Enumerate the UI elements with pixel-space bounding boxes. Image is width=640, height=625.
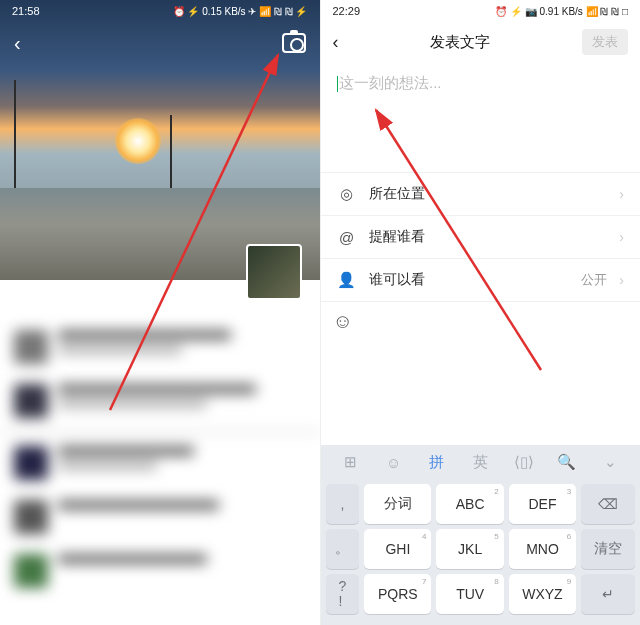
key-period[interactable]: 。: [326, 529, 360, 569]
person-icon: 👤: [337, 271, 357, 289]
status-icons: ⏰ ⚡ 📷 0.91 KB/s 📶 ₪ ₪ □: [495, 6, 628, 17]
text-input[interactable]: 这一刻的想法...: [321, 62, 641, 172]
key-enter[interactable]: ↵: [581, 574, 635, 614]
key-tuv[interactable]: TUV8: [436, 574, 503, 614]
key-fenci[interactable]: 分词: [364, 484, 431, 524]
kbd-tab-search[interactable]: 🔍: [545, 453, 588, 471]
publish-button[interactable]: 发表: [582, 29, 628, 55]
kbd-tab-grid[interactable]: ⊞: [329, 453, 372, 471]
row-mention[interactable]: @ 提醒谁看 ›: [321, 215, 641, 258]
publish-text-screen: 22:29 ⏰ ⚡ 📷 0.91 KB/s 📶 ₪ ₪ □ ‹ 发表文字 发表 …: [321, 0, 641, 625]
back-icon[interactable]: ‹: [333, 32, 339, 53]
mention-icon: @: [337, 229, 357, 246]
chevron-right-icon: ›: [619, 272, 624, 288]
status-time: 21:58: [12, 5, 40, 17]
status-icons: ⏰ ⚡ 0.15 KB/s ✈ 📶 ₪ ₪ ⚡: [173, 6, 308, 17]
kbd-tab-eng[interactable]: 英: [459, 453, 502, 472]
smile-icon: ☺: [333, 310, 353, 332]
key-comma[interactable]: ,: [326, 484, 360, 524]
key-mno[interactable]: MNO6: [509, 529, 576, 569]
row-visibility[interactable]: 👤 谁可以看 公开 ›: [321, 258, 641, 301]
key-jkl[interactable]: JKL5: [436, 529, 503, 569]
key-wxyz[interactable]: WXYZ9: [509, 574, 576, 614]
moments-screen: 21:58 ⏰ ⚡ 0.15 KB/s ✈ 📶 ₪ ₪ ⚡ ‹: [0, 0, 321, 625]
back-icon[interactable]: ‹: [14, 32, 21, 55]
keyboard-tabs: ⊞ ☺ 拼 英 ⟨▯⟩ 🔍 ⌄: [321, 445, 641, 479]
key-punct[interactable]: ? !: [326, 574, 360, 614]
moments-feed-blurred: [0, 280, 320, 598]
kbd-tab-pad[interactable]: ⟨▯⟩: [502, 453, 545, 471]
moments-cover[interactable]: ‹: [0, 0, 320, 280]
location-icon: ◎: [337, 185, 357, 203]
chevron-right-icon: ›: [619, 229, 624, 245]
key-ghi[interactable]: GHI4: [364, 529, 431, 569]
visibility-value: 公开: [581, 271, 607, 289]
camera-icon[interactable]: [282, 33, 306, 53]
row-location[interactable]: ◎ 所在位置 ›: [321, 172, 641, 215]
status-bar: 22:29 ⏰ ⚡ 📷 0.91 KB/s 📶 ₪ ₪ □: [321, 0, 641, 22]
status-bar: 21:58 ⏰ ⚡ 0.15 KB/s ✈ 📶 ₪ ₪ ⚡: [0, 0, 320, 22]
key-def[interactable]: DEF3: [509, 484, 576, 524]
chevron-right-icon: ›: [619, 186, 624, 202]
placeholder: 这一刻的想法...: [339, 74, 442, 91]
kbd-tab-collapse[interactable]: ⌄: [589, 453, 632, 471]
kbd-tab-emoji[interactable]: ☺: [372, 454, 415, 471]
kbd-tab-pinyin[interactable]: 拼: [415, 453, 458, 472]
emoji-toggle[interactable]: ☺: [321, 301, 641, 341]
status-time: 22:29: [333, 5, 361, 17]
publish-header: ‹ 发表文字 发表: [321, 22, 641, 62]
key-abc[interactable]: ABC2: [436, 484, 503, 524]
key-pqrs[interactable]: PQRS7: [364, 574, 431, 614]
page-title: 发表文字: [430, 33, 490, 52]
key-backspace[interactable]: ⌫: [581, 484, 635, 524]
keyboard: ⊞ ☺ 拼 英 ⟨▯⟩ 🔍 ⌄ , 分词 ABC2 DEF3 ⌫ 。 GHI4 …: [321, 445, 641, 625]
key-clear[interactable]: 清空: [581, 529, 635, 569]
